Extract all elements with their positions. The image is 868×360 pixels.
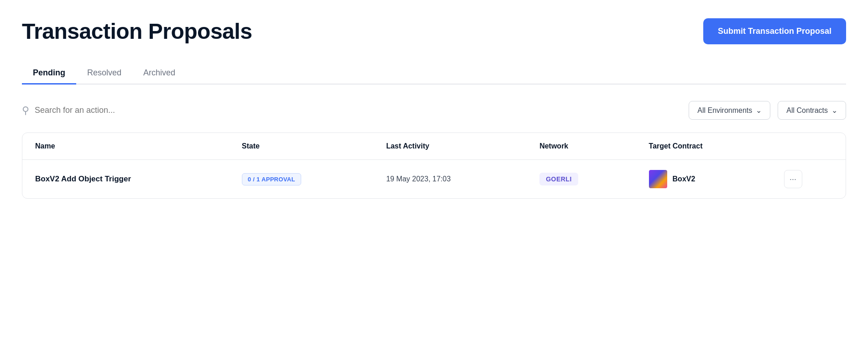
contract-name: BoxV2 bbox=[673, 175, 695, 183]
col-header-name: Name bbox=[22, 133, 229, 160]
search-icon: ⚲ bbox=[22, 105, 29, 116]
row-more-cell: ··· bbox=[771, 160, 846, 199]
target-contract-wrapper: BoxV2 bbox=[649, 170, 758, 188]
contract-icon bbox=[649, 170, 667, 188]
col-header-target-contract: Target Contract bbox=[636, 133, 771, 160]
tab-archived[interactable]: Archived bbox=[132, 63, 186, 85]
col-header-last-activity: Last Activity bbox=[373, 133, 527, 160]
chevron-down-icon: ⌄ bbox=[756, 106, 762, 115]
table-row: BoxV2 Add Object Trigger 0 / 1 APPROVAL … bbox=[22, 160, 846, 199]
col-header-actions bbox=[771, 133, 846, 160]
col-header-state: State bbox=[229, 133, 373, 160]
last-activity: 19 May 2023, 17:03 bbox=[386, 175, 450, 183]
table-header-row: Name State Last Activity Network Target … bbox=[22, 133, 846, 160]
search-wrapper: ⚲ bbox=[22, 105, 689, 116]
row-name-cell: BoxV2 Add Object Trigger bbox=[22, 160, 229, 199]
page-header: Transaction Proposals Submit Transaction… bbox=[22, 18, 846, 44]
search-input[interactable] bbox=[35, 106, 199, 115]
contracts-label: All Contracts bbox=[786, 106, 828, 115]
submit-transaction-button[interactable]: Submit Transaction Proposal bbox=[703, 18, 846, 44]
tabs-bar: Pending Resolved Archived bbox=[22, 63, 846, 85]
tab-pending[interactable]: Pending bbox=[22, 63, 76, 85]
environments-label: All Environments bbox=[697, 106, 752, 115]
filter-dropdowns: All Environments ⌄ All Contracts ⌄ bbox=[689, 101, 846, 120]
proposals-table: Name State Last Activity Network Target … bbox=[22, 133, 846, 198]
tab-resolved[interactable]: Resolved bbox=[76, 63, 132, 85]
network-badge: GOERLI bbox=[539, 173, 578, 185]
row-contract-cell: BoxV2 bbox=[636, 160, 771, 199]
more-options-button[interactable]: ··· bbox=[784, 170, 802, 188]
row-state-cell: 0 / 1 APPROVAL bbox=[229, 160, 373, 199]
row-activity-cell: 19 May 2023, 17:03 bbox=[373, 160, 527, 199]
environments-dropdown[interactable]: All Environments ⌄ bbox=[689, 101, 770, 120]
approval-badge: 0 / 1 APPROVAL bbox=[242, 173, 301, 185]
contracts-dropdown[interactable]: All Contracts ⌄ bbox=[778, 101, 846, 120]
page-title: Transaction Proposals bbox=[22, 19, 252, 44]
proposals-table-container: Name State Last Activity Network Target … bbox=[22, 132, 846, 199]
proposal-name: BoxV2 Add Object Trigger bbox=[35, 175, 131, 183]
chevron-down-icon-2: ⌄ bbox=[831, 106, 837, 115]
row-network-cell: GOERLI bbox=[527, 160, 636, 199]
col-header-network: Network bbox=[527, 133, 636, 160]
filters-row: ⚲ All Environments ⌄ All Contracts ⌄ bbox=[22, 101, 846, 120]
